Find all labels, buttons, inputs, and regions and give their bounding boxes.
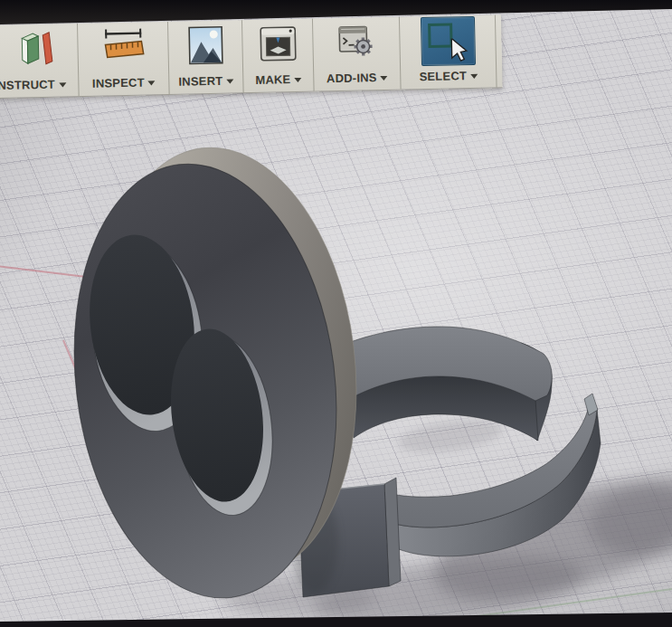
toolbar-group-make[interactable]: MAKE — [242, 19, 315, 93]
insert-image-icon — [183, 21, 227, 71]
toolbar-group-insert[interactable]: INSERT — [168, 20, 244, 94]
dropdown-arrow-icon — [294, 77, 301, 81]
screen-photo: NSTRUCT INSPECT — [0, 0, 672, 627]
insert-label: INSERT — [178, 73, 222, 88]
dropdown-arrow-icon — [59, 82, 66, 87]
dropdown-arrow-icon — [470, 73, 478, 78]
scripts-gear-icon — [334, 17, 378, 67]
cursor-arrow-icon — [450, 38, 469, 62]
toolbar-group-inspect[interactable]: INSPECT — [78, 22, 170, 96]
toolbar-group-select[interactable]: SELECT — [400, 14, 497, 89]
toolbar-group-construct[interactable]: NSTRUCT — [0, 24, 80, 98]
printer-3d-icon — [255, 19, 299, 69]
add-ins-label: ADD-INS — [327, 71, 377, 85]
construct-label: NSTRUCT — [0, 77, 55, 91]
construct-planes-icon — [14, 24, 58, 74]
selection-rectangle-icon — [428, 23, 453, 48]
toolbar-group-add-ins[interactable]: ADD-INS — [313, 17, 402, 91]
dropdown-arrow-icon — [148, 81, 156, 85]
inspect-label: INSPECT — [92, 75, 145, 90]
measure-ruler-icon — [100, 23, 145, 72]
dropdown-arrow-icon — [381, 75, 388, 80]
select-label: SELECT — [419, 69, 467, 83]
dropdown-arrow-icon — [226, 79, 233, 83]
make-label: MAKE — [255, 72, 290, 87]
main-toolbar: NSTRUCT INSPECT — [0, 14, 503, 99]
select-cursor-icon[interactable] — [420, 16, 475, 66]
